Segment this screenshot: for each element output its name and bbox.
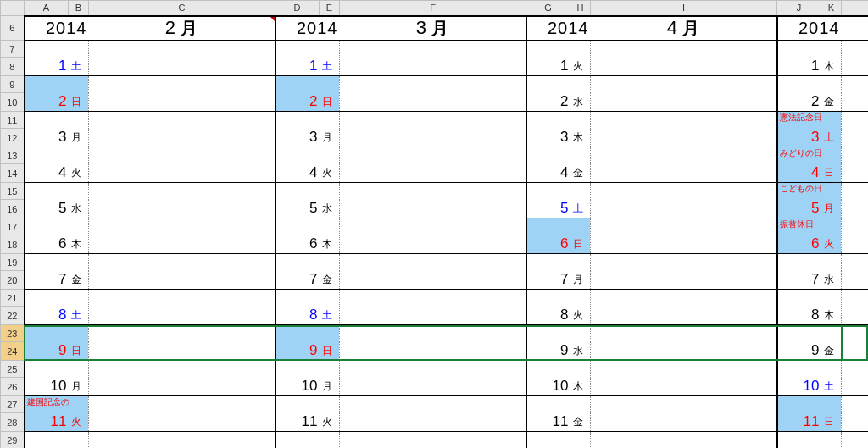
event-cell[interactable] bbox=[340, 413, 526, 432]
row-header[interactable]: 10 bbox=[1, 93, 25, 112]
event-cell[interactable] bbox=[340, 290, 526, 307]
holiday-note-cell[interactable] bbox=[275, 396, 320, 413]
col-header-G[interactable]: G bbox=[526, 1, 570, 16]
cell[interactable] bbox=[69, 147, 89, 164]
cell[interactable] bbox=[570, 290, 591, 307]
weekday-label[interactable]: 木 bbox=[570, 378, 591, 396]
weekday-label[interactable]: 火 bbox=[69, 164, 89, 183]
weekday-label[interactable]: 火 bbox=[320, 164, 340, 183]
cell[interactable] bbox=[69, 432, 89, 449]
day-number[interactable]: 4 bbox=[777, 164, 821, 183]
weekday-label[interactable]: 金 bbox=[570, 164, 591, 183]
event-cell[interactable] bbox=[89, 129, 275, 147]
col-header-E[interactable]: E bbox=[320, 1, 340, 16]
holiday-note-cell[interactable]: 建国記念の日 bbox=[25, 396, 69, 413]
row-header[interactable]: 20 bbox=[1, 271, 25, 290]
weekday-label[interactable]: 水 bbox=[69, 200, 89, 218]
event-cell[interactable] bbox=[591, 76, 777, 93]
day-number[interactable]: 2 bbox=[777, 93, 821, 112]
cell[interactable] bbox=[69, 396, 89, 413]
holiday-note-cell[interactable] bbox=[275, 361, 320, 378]
event-cell[interactable] bbox=[340, 342, 526, 361]
cell[interactable] bbox=[570, 396, 591, 413]
cell[interactable] bbox=[570, 254, 591, 271]
year-header[interactable]: 2014 bbox=[526, 16, 591, 41]
cell-tail[interactable] bbox=[842, 325, 869, 342]
weekday-label[interactable]: 土 bbox=[69, 58, 89, 76]
cell[interactable] bbox=[320, 183, 340, 200]
day-number[interactable]: 5 bbox=[777, 200, 821, 218]
day-number[interactable]: 10 bbox=[25, 378, 69, 396]
cell[interactable] bbox=[570, 76, 591, 93]
day-number[interactable]: 5 bbox=[25, 200, 69, 218]
weekday-label[interactable]: 土 bbox=[69, 307, 89, 325]
event-cell[interactable] bbox=[591, 183, 777, 200]
weekday-label[interactable]: 木 bbox=[320, 235, 340, 254]
event-cell[interactable] bbox=[89, 361, 275, 378]
holiday-note-cell[interactable] bbox=[275, 254, 320, 271]
event-cell[interactable] bbox=[340, 76, 526, 93]
row-header[interactable]: 26 bbox=[1, 378, 25, 396]
day-number[interactable]: 4 bbox=[275, 164, 320, 183]
event-cell[interactable] bbox=[591, 218, 777, 235]
holiday-note-cell[interactable] bbox=[275, 432, 320, 449]
event-cell[interactable] bbox=[591, 147, 777, 164]
cell-tail[interactable] bbox=[842, 164, 869, 183]
holiday-note-cell[interactable] bbox=[275, 147, 320, 164]
cell[interactable] bbox=[69, 183, 89, 200]
weekday-label[interactable]: 木 bbox=[570, 129, 591, 147]
day-number[interactable]: 9 bbox=[275, 342, 320, 361]
event-cell[interactable] bbox=[591, 378, 777, 396]
cell[interactable] bbox=[821, 112, 842, 129]
day-number[interactable]: 1 bbox=[25, 58, 69, 76]
cell-tail[interactable] bbox=[842, 147, 869, 164]
holiday-note-cell[interactable] bbox=[777, 361, 821, 378]
row-header[interactable]: 29 bbox=[1, 432, 25, 449]
row-header[interactable]: 24 bbox=[1, 342, 25, 361]
cell[interactable] bbox=[320, 147, 340, 164]
spreadsheet[interactable]: A B C D E F G H I J K 620142 月20143 月201… bbox=[0, 0, 868, 448]
event-cell[interactable] bbox=[591, 396, 777, 413]
holiday-note-cell[interactable] bbox=[275, 183, 320, 200]
holiday-note-cell[interactable] bbox=[777, 290, 821, 307]
month-header[interactable]: 2 月 bbox=[89, 16, 275, 41]
event-cell[interactable] bbox=[340, 325, 526, 342]
cell[interactable] bbox=[570, 432, 591, 449]
row-header[interactable]: 19 bbox=[1, 254, 25, 271]
event-cell[interactable] bbox=[340, 200, 526, 218]
day-number[interactable]: 6 bbox=[25, 235, 69, 254]
cell[interactable] bbox=[69, 218, 89, 235]
holiday-note-cell[interactable] bbox=[25, 254, 69, 271]
day-number[interactable]: 3 bbox=[777, 129, 821, 147]
weekday-label[interactable]: 土 bbox=[320, 58, 340, 76]
row-header-6[interactable]: 6 bbox=[1, 16, 25, 41]
weekday-label[interactable]: 金 bbox=[821, 342, 842, 361]
weekday-label[interactable]: 火 bbox=[821, 235, 842, 254]
weekday-label[interactable]: 日 bbox=[320, 93, 340, 112]
cell[interactable] bbox=[821, 254, 842, 271]
holiday-note-cell[interactable] bbox=[25, 218, 69, 235]
row-header[interactable]: 12 bbox=[1, 129, 25, 147]
event-cell[interactable] bbox=[340, 307, 526, 325]
cell[interactable] bbox=[570, 147, 591, 164]
holiday-note-cell[interactable] bbox=[526, 396, 570, 413]
row-header[interactable]: 16 bbox=[1, 200, 25, 218]
weekday-label[interactable]: 日 bbox=[320, 342, 340, 361]
year-header[interactable]: 2014 bbox=[25, 16, 89, 41]
cell[interactable] bbox=[821, 147, 842, 164]
row-header[interactable]: 28 bbox=[1, 413, 25, 432]
year-header[interactable]: 2014 bbox=[275, 16, 340, 41]
select-all-corner[interactable] bbox=[1, 1, 25, 16]
day-number[interactable]: 3 bbox=[25, 129, 69, 147]
cell-tail[interactable] bbox=[842, 254, 869, 271]
col-header-B[interactable]: B bbox=[69, 1, 89, 16]
event-cell[interactable] bbox=[89, 76, 275, 93]
weekday-label[interactable]: 木 bbox=[821, 58, 842, 76]
cell[interactable] bbox=[320, 41, 340, 58]
event-cell[interactable] bbox=[89, 432, 275, 449]
holiday-note-cell[interactable]: こどもの日 bbox=[777, 183, 821, 200]
event-cell[interactable] bbox=[340, 112, 526, 129]
day-number[interactable]: 9 bbox=[777, 342, 821, 361]
event-cell[interactable] bbox=[591, 164, 777, 183]
col-header-H[interactable]: H bbox=[570, 1, 591, 16]
